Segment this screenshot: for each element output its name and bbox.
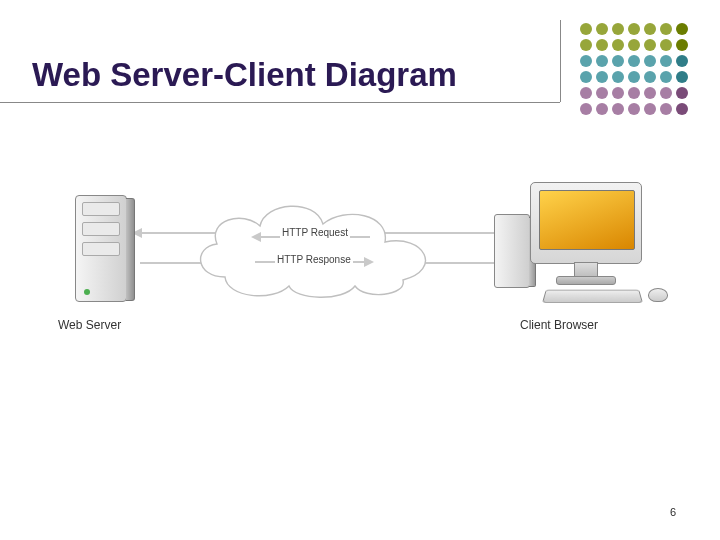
diagram-area: Web Server HTTP Request HTTP Response Cl… <box>40 180 680 380</box>
decorative-dot-grid <box>580 23 690 117</box>
title-vertical-rule <box>560 20 561 102</box>
server-label: Web Server <box>58 318 121 332</box>
cloud-icon: HTTP Request HTTP Response <box>185 192 445 300</box>
response-label: HTTP Response <box>275 254 353 265</box>
client-label: Client Browser <box>520 318 598 332</box>
request-label: HTTP Request <box>280 227 350 238</box>
server-icon <box>75 195 135 305</box>
client-computer-icon <box>508 180 678 330</box>
slide-title: Web Server-Client Diagram <box>32 56 457 94</box>
title-underline <box>0 102 560 103</box>
page-number: 6 <box>670 506 676 518</box>
slide: Web Server-Client Diagram Web Server <box>0 0 720 540</box>
